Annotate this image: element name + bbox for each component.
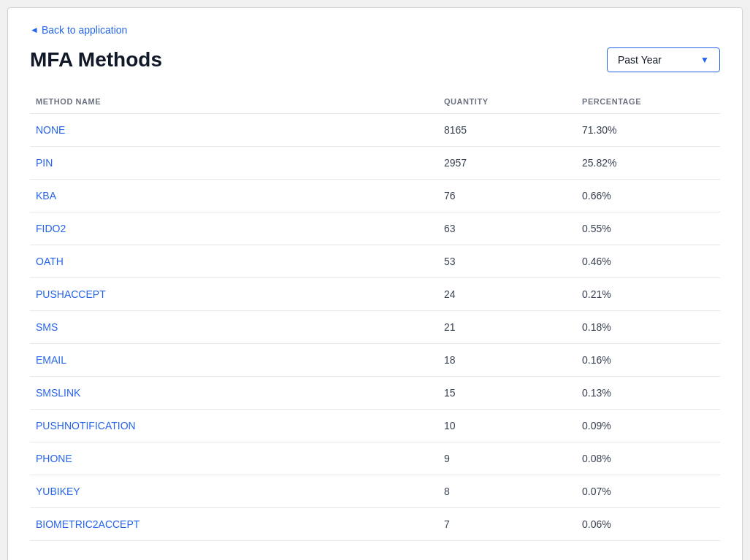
cell-percentage: 71.30% xyxy=(582,114,720,147)
column-header-percentage: PERCENTAGE xyxy=(582,90,720,114)
table-row: SMSLINK150.13% xyxy=(30,377,720,410)
cell-method: PHONE xyxy=(30,442,444,475)
table-row: YUBIKEY80.07% xyxy=(30,475,720,508)
cell-method: SMS xyxy=(30,311,444,344)
cell-percentage: 0.13% xyxy=(582,377,720,410)
cell-percentage: 0.21% xyxy=(582,278,720,311)
cell-method: SMSLINK xyxy=(30,377,444,410)
table-row: NONE816571.30% xyxy=(30,114,720,147)
cell-percentage: 0.07% xyxy=(582,475,720,508)
cell-percentage: 0.46% xyxy=(582,245,720,278)
table-row: PHONE90.08% xyxy=(30,442,720,475)
cell-percentage: 0.66% xyxy=(582,180,720,212)
cell-quantity: 21 xyxy=(444,311,582,344)
cell-percentage: 0.18% xyxy=(582,311,720,344)
cell-quantity: 2957 xyxy=(444,147,582,180)
cell-quantity: 9 xyxy=(444,442,582,475)
table-row: KBA760.66% xyxy=(30,180,720,212)
cell-quantity: 8165 xyxy=(444,114,582,147)
cell-method: PIN xyxy=(30,147,444,180)
column-header-quantity: QUANTITY xyxy=(444,90,582,114)
cell-quantity: 53 xyxy=(444,245,582,278)
table-header: METHOD NAME QUANTITY PERCENTAGE xyxy=(30,90,720,114)
cell-method: KBA xyxy=(30,180,444,212)
page-container: ◄ Back to application MFA Methods Past Y… xyxy=(7,7,743,560)
cell-percentage: 0.08% xyxy=(582,442,720,475)
cell-method: OATH xyxy=(30,245,444,278)
chevron-down-icon: ▼ xyxy=(700,55,709,65)
table-row: EMAIL180.16% xyxy=(30,344,720,377)
cell-method: FIDO2 xyxy=(30,212,444,245)
cell-quantity: 24 xyxy=(444,278,582,311)
cell-quantity: 63 xyxy=(444,212,582,245)
period-selector[interactable]: Past Year ▼ xyxy=(607,47,720,72)
back-to-application-link[interactable]: ◄ Back to application xyxy=(30,24,127,36)
back-link-label: Back to application xyxy=(42,24,128,36)
cell-quantity: 15 xyxy=(444,377,582,410)
table-row: SMS210.18% xyxy=(30,311,720,344)
cell-method: PUSHACCEPT xyxy=(30,278,444,311)
cell-percentage: 25.82% xyxy=(582,147,720,180)
table-row: FIDO2630.55% xyxy=(30,212,720,245)
cell-percentage: 0.09% xyxy=(582,410,720,442)
cell-percentage: 0.55% xyxy=(582,212,720,245)
cell-quantity: 10 xyxy=(444,410,582,442)
cell-method: BIOMETRIC2ACCEPT xyxy=(30,508,444,541)
header-row: MFA Methods Past Year ▼ xyxy=(30,47,720,72)
cell-quantity: 7 xyxy=(444,508,582,541)
period-selected-label: Past Year xyxy=(618,54,662,66)
table-row: BIOMETRIC2ACCEPT70.06% xyxy=(30,508,720,541)
table-row: OATH530.46% xyxy=(30,245,720,278)
cell-quantity: 18 xyxy=(444,344,582,377)
table-row: PUSHACCEPT240.21% xyxy=(30,278,720,311)
table-header-row: METHOD NAME QUANTITY PERCENTAGE xyxy=(30,90,720,114)
table-body: NONE816571.30%PIN295725.82%KBA760.66%FID… xyxy=(30,114,720,541)
table-row: PIN295725.82% xyxy=(30,147,720,180)
column-header-method: METHOD NAME xyxy=(30,90,444,114)
cell-percentage: 0.16% xyxy=(582,344,720,377)
cell-method: NONE xyxy=(30,114,444,147)
cell-quantity: 76 xyxy=(444,180,582,212)
page-title: MFA Methods xyxy=(30,48,162,72)
back-chevron-icon: ◄ xyxy=(30,25,39,35)
table-row: PUSHNOTIFICATION100.09% xyxy=(30,410,720,442)
cell-method: YUBIKEY xyxy=(30,475,444,508)
cell-method: EMAIL xyxy=(30,344,444,377)
cell-quantity: 8 xyxy=(444,475,582,508)
cell-percentage: 0.06% xyxy=(582,508,720,541)
mfa-methods-table: METHOD NAME QUANTITY PERCENTAGE NONE8165… xyxy=(30,90,720,541)
cell-method: PUSHNOTIFICATION xyxy=(30,410,444,442)
